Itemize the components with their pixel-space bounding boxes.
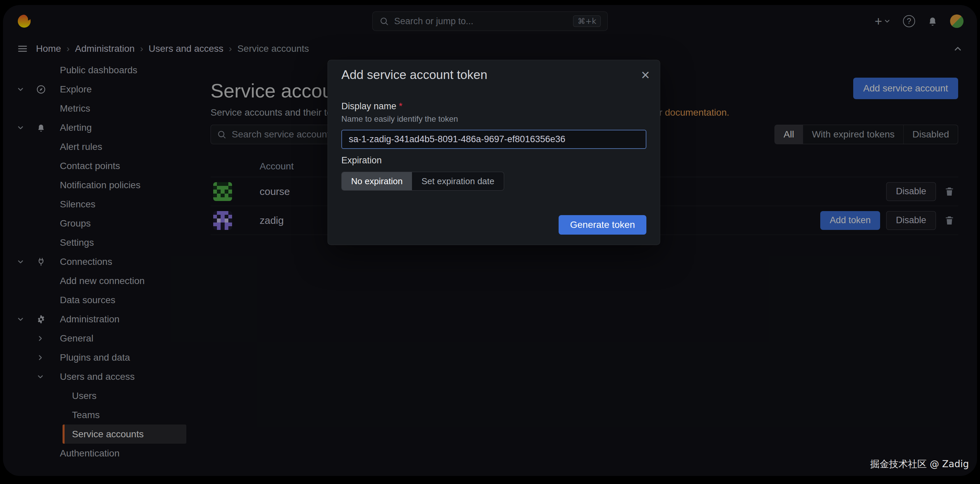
display-name-help: Name to easily identify the token <box>341 114 646 124</box>
watermark-text: 掘金技术社区 @ Zadig <box>870 458 969 471</box>
set-expiration-date-option[interactable]: Set expiration date <box>412 172 504 190</box>
modal-header: Add service account token × <box>328 60 660 83</box>
screenshot-stage: Search or jump to... ⌘+k + ? <box>0 0 980 484</box>
modal-body: Display name * Name to easily identify t… <box>328 101 660 235</box>
generate-token-button[interactable]: Generate token <box>558 215 646 235</box>
expiration-radio-group: No expiration Set expiration date <box>341 172 504 190</box>
add-token-modal: Add service account token × Display name… <box>328 60 660 245</box>
display-name-label: Display name * <box>341 101 646 111</box>
close-icon[interactable]: × <box>641 68 650 83</box>
modal-title: Add service account token <box>341 68 487 83</box>
required-asterisk: * <box>399 101 402 111</box>
display-name-input[interactable] <box>341 130 646 149</box>
no-expiration-option[interactable]: No expiration <box>342 172 412 190</box>
expiration-label: Expiration <box>341 155 646 166</box>
modal-footer: Generate token <box>341 215 646 235</box>
display-name-label-text: Display name <box>341 101 396 111</box>
